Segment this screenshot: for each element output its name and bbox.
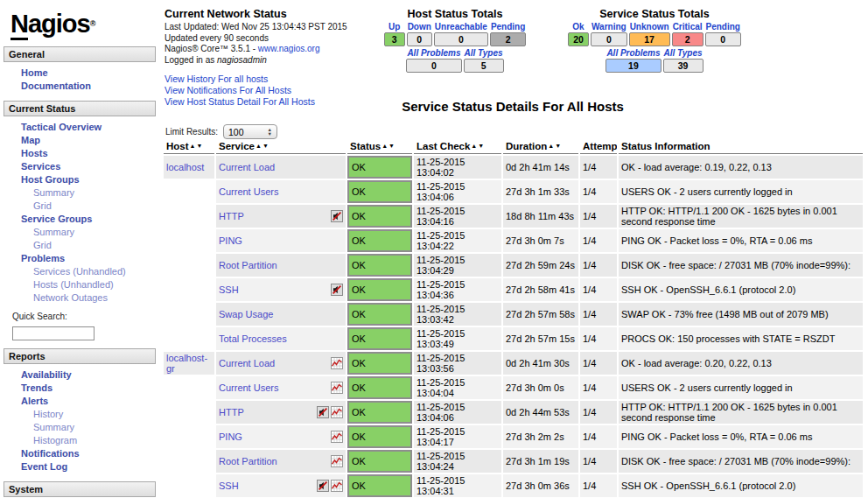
sort-asc-icon[interactable]: ▲ [190, 143, 196, 149]
sidebar-item-services-unhandled[interactable]: Services (Unhandled) [0, 265, 159, 278]
nagios-org-link[interactable]: www.nagios.org [258, 44, 320, 53]
sidebar-item-notifications[interactable]: Notifications [0, 447, 159, 460]
sidebar-item-availability[interactable]: Availability [0, 368, 159, 382]
logged-in-text: Logged in as [164, 55, 217, 65]
quick-search-input[interactable] [12, 326, 94, 340]
performance-graph-icon[interactable] [331, 406, 343, 418]
status-badge: OK [347, 352, 412, 375]
quick-search: Quick Search: [0, 306, 159, 342]
totals-count-warning: 0 [591, 32, 627, 46]
service-link-total-processes[interactable]: Total Processes [219, 333, 287, 344]
service-link-current-users[interactable]: Current Users [219, 382, 278, 393]
sidebar-item-services[interactable]: Services [0, 160, 159, 173]
totals-label-down[interactable]: Down [408, 22, 431, 32]
host-link-localhost-gr[interactable]: localhost-gr [166, 353, 207, 374]
sort-asc-icon[interactable]: ▲ [471, 143, 477, 149]
service-icons [331, 284, 343, 296]
totals-label-pending[interactable]: Pending [491, 22, 525, 32]
sidebar-item-tactical-overview[interactable]: Tactical Overview [0, 121, 159, 134]
sidebar-item-summary[interactable]: Summary [0, 226, 159, 239]
totals-label-pending[interactable]: Pending [706, 22, 740, 32]
service-link-http[interactable]: HTTP [219, 407, 244, 417]
host-link-localhost[interactable]: localhost [166, 162, 204, 172]
totals-label-up[interactable]: Up [388, 22, 400, 32]
table-row: Current UsersOK11-25-2015 13:04:0427d 3h… [164, 376, 863, 399]
sidebar-item-hosts-unhandled[interactable]: Hosts (Unhandled) [0, 278, 159, 291]
sidebar-item-home[interactable]: Home [0, 67, 159, 80]
view-history-link[interactable]: View History For all hosts [164, 74, 376, 85]
sidebar-item-alerts[interactable]: Alerts [0, 395, 159, 408]
sidebar-section-general: General [4, 46, 156, 62]
attempt-cell: 1/4 [580, 205, 617, 228]
service-link-current-load[interactable]: Current Load [219, 162, 275, 172]
service-link-current-load[interactable]: Current Load [219, 358, 275, 368]
performance-graph-icon[interactable] [331, 357, 343, 369]
totals-label-all-problems[interactable]: All Problems [606, 48, 660, 58]
totals-label-all-types[interactable]: All Types [465, 48, 503, 58]
table-row: Root PartitionOK11-25-2015 13:04:2427d 3… [164, 450, 863, 473]
nagios-logo[interactable]: Nagios® [0, 0, 95, 40]
service-link-root-partition[interactable]: Root Partition [219, 456, 277, 466]
limit-results-select[interactable]: 100 ▲▼ [223, 124, 277, 139]
sort-asc-icon[interactable]: ▲ [548, 143, 554, 149]
service-link-ssh[interactable]: SSH [219, 284, 239, 295]
totals-label-all-problems[interactable]: All Problems [407, 48, 460, 58]
sort-asc-icon[interactable]: ▲ [256, 143, 262, 149]
totals-label-unreachable[interactable]: Unreachable [435, 22, 487, 32]
performance-graph-icon[interactable] [331, 382, 343, 394]
service-link-swap-usage[interactable]: Swap Usage [219, 309, 273, 319]
service-cell: SSH [216, 278, 346, 301]
sort-desc-icon[interactable]: ▼ [478, 143, 484, 149]
totals-count-down: 0 [407, 32, 432, 46]
totals-label-critical[interactable]: Critical [673, 22, 703, 32]
service-link-root-partition[interactable]: Root Partition [219, 260, 277, 270]
sidebar-item-histogram[interactable]: Histogram [0, 434, 159, 447]
sidebar-item-grid[interactable]: Grid [0, 200, 159, 213]
sidebar-item-history[interactable]: History [0, 408, 159, 421]
sidebar-item-trends[interactable]: Trends [0, 382, 159, 395]
sort-desc-icon[interactable]: ▼ [388, 143, 395, 149]
host-cell [164, 376, 214, 399]
service-icons [331, 431, 343, 443]
totals-label-all-types[interactable]: All Types [664, 48, 703, 58]
sidebar-item-grid[interactable]: Grid [0, 239, 159, 252]
table-row: Swap UsageOK11-25-2015 13:03:4227d 2h 57… [164, 303, 863, 326]
sort-asc-icon[interactable]: ▲ [382, 143, 388, 149]
sidebar-item-problems[interactable]: Problems [0, 252, 159, 265]
last-check-cell: 11-25-2015 13:04:29 [414, 254, 501, 277]
totals-label-unknown[interactable]: Unknown [630, 22, 669, 32]
status-badge: OK [347, 278, 412, 301]
service-link-ping[interactable]: PING [219, 431, 242, 442]
status-badge: OK [347, 425, 412, 448]
attempt-cell: 1/4 [580, 401, 617, 424]
sidebar-item-documentation[interactable]: Documentation [0, 80, 159, 93]
service-link-ssh[interactable]: SSH [219, 480, 239, 491]
attempt-cell: 1/4 [580, 303, 617, 326]
view-notifications-link[interactable]: View Notifications For All Hosts [164, 85, 376, 96]
sidebar-item-service-groups[interactable]: Service Groups [0, 213, 159, 226]
service-link-http[interactable]: HTTP [219, 211, 244, 221]
sidebar-item-summary[interactable]: Summary [0, 186, 159, 200]
sidebar-item-host-groups[interactable]: Host Groups [0, 173, 159, 186]
sidebar-item-summary[interactable]: Summary [0, 421, 159, 434]
sidebar-item-network-outages[interactable]: Network Outages [0, 291, 159, 305]
totals-label-warning[interactable]: Warning [592, 22, 626, 32]
sidebar-item-event-log[interactable]: Event Log [0, 460, 159, 473]
sort-desc-icon[interactable]: ▼ [262, 143, 269, 149]
notifications-disabled-icon [317, 406, 329, 418]
totals-label-ok[interactable]: Ok [572, 22, 584, 32]
performance-graph-icon[interactable] [331, 455, 343, 467]
service-link-current-users[interactable]: Current Users [219, 186, 278, 197]
sort-desc-icon[interactable]: ▼ [555, 143, 561, 149]
performance-graph-icon[interactable] [331, 431, 343, 443]
column-header-last-check: Last Check▲▼ [414, 140, 501, 154]
notifications-disabled-icon [317, 480, 329, 492]
sidebar-item-map[interactable]: Map [0, 134, 159, 147]
service-link-ping[interactable]: PING [219, 235, 242, 246]
network-status-panel: Current Network Status Last Updated: Wed… [164, 8, 376, 108]
performance-graph-icon[interactable] [331, 480, 343, 492]
host-cell [164, 327, 214, 350]
logged-in-line: Logged in as nagiosadmin [164, 55, 376, 67]
sort-desc-icon[interactable]: ▼ [197, 143, 203, 149]
sidebar-item-hosts[interactable]: Hosts [0, 147, 159, 160]
